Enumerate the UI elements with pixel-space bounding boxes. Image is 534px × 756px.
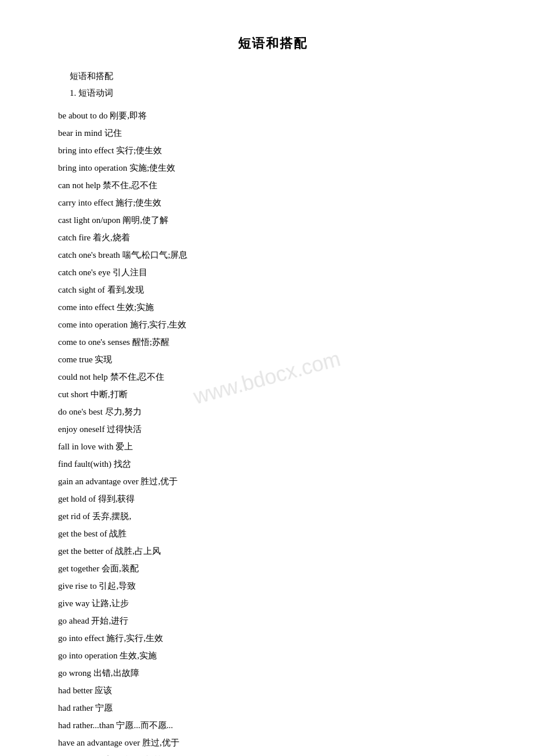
list-item: catch sight of 看到,发现 — [58, 281, 488, 298]
list-item: do one's best 尽力,努力 — [58, 403, 488, 420]
list-item: catch fire 着火,烧着 — [58, 229, 488, 246]
list-item: catch one's eye 引人注目 — [58, 264, 488, 281]
list-item: come into operation 施行,实行,生效 — [58, 316, 488, 333]
phrase-list: be about to do 刚要,即将bear in mind 记住bring… — [58, 107, 488, 756]
list-item: go wrong 出错,出故障 — [58, 664, 488, 682]
list-item: bring into operation 实施;使生效 — [58, 159, 488, 177]
list-item: gain an advantage over 胜过,优于 — [58, 473, 488, 490]
list-item: can not help 禁不住,忍不住 — [58, 177, 488, 194]
list-item: go ahead 开始,进行 — [58, 612, 488, 629]
list-item: have in mind 想到;记得;打算 — [58, 751, 488, 756]
list-item: find fault(with) 找岔 — [58, 455, 488, 473]
list-item: get hold of 得到,获得 — [58, 490, 488, 507]
list-item: enjoy oneself 过得快活 — [58, 420, 488, 438]
list-item: come to one's senses 醒悟;苏醒 — [58, 333, 488, 351]
list-item: fall in love with 爱上 — [58, 438, 488, 455]
list-item: be about to do 刚要,即将 — [58, 107, 488, 124]
list-item: get rid of 丢弃,摆脱, — [58, 507, 488, 525]
list-item: get the best of 战胜 — [58, 525, 488, 542]
list-item: carry into effect 施行;使生效 — [58, 194, 488, 211]
list-item: bear in mind 记住 — [58, 124, 488, 142]
page-title: 短语和搭配 — [58, 35, 488, 52]
list-item: give rise to 引起,导致 — [58, 577, 488, 595]
list-item: could not help 禁不住,忍不住 — [58, 368, 488, 386]
section-title-sub: 1. 短语动词 — [70, 88, 488, 99]
list-item: go into operation 生效,实施 — [58, 647, 488, 664]
list-item: have an advantage over 胜过,优于 — [58, 734, 488, 751]
list-item: get together 会面,装配 — [58, 560, 488, 577]
list-item: get the better of 战胜,占上风 — [58, 542, 488, 560]
section-title-main: 短语和搭配 — [70, 71, 488, 82]
list-item: come into effect 生效;实施 — [58, 298, 488, 316]
list-item: bring into effect 实行;使生效 — [58, 142, 488, 159]
list-item: had rather...than 宁愿...而不愿... — [58, 717, 488, 734]
list-item: go into effect 施行,实行,生效 — [58, 629, 488, 647]
list-item: cut short 中断,打断 — [58, 386, 488, 403]
list-item: had better 应该 — [58, 682, 488, 699]
list-item: cast light on/upon 阐明,使了解 — [58, 211, 488, 229]
list-item: give way 让路,让步 — [58, 595, 488, 612]
list-item: had rather 宁愿 — [58, 699, 488, 717]
list-item: come true 实现 — [58, 351, 488, 368]
list-item: catch one's breath 喘气,松口气;屏息 — [58, 246, 488, 264]
